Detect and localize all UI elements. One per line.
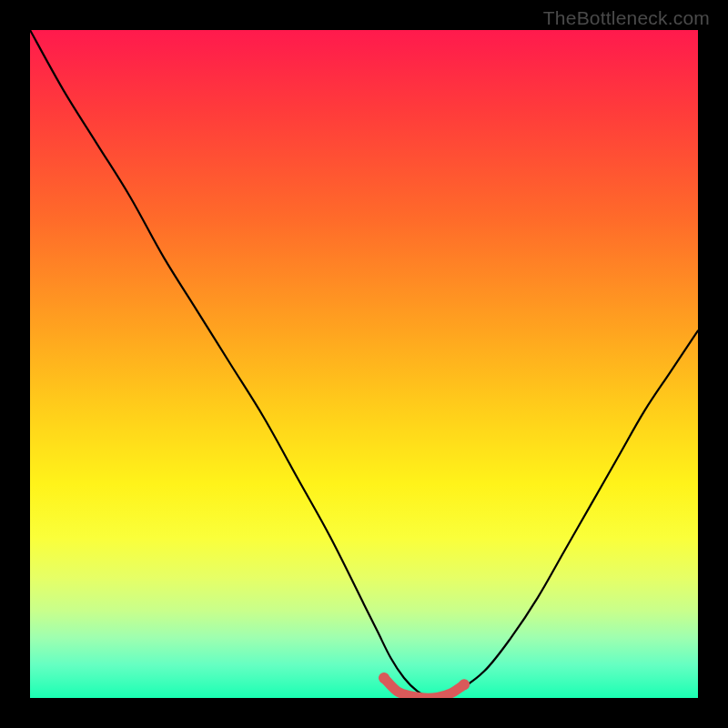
- sweet-spot-dot-right: [459, 679, 470, 690]
- chart-svg: [30, 30, 698, 698]
- sweet-spot-highlight: [384, 678, 464, 698]
- chart-frame: TheBottleneck.com: [0, 0, 728, 728]
- attribution-text: TheBottleneck.com: [543, 7, 710, 29]
- sweet-spot-dot-left: [379, 672, 389, 683]
- chart-plot-area: [30, 30, 698, 698]
- bottleneck-curve: [30, 30, 698, 698]
